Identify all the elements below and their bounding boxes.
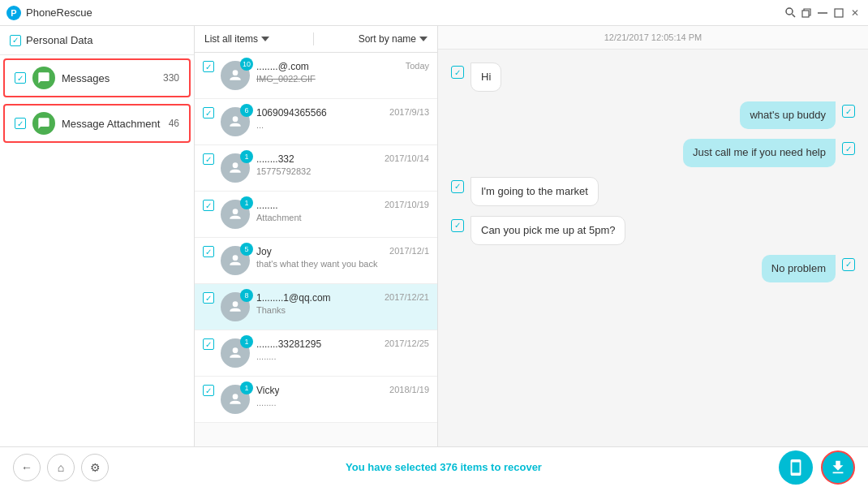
message-list-item[interactable]: 1 ........ 2017/10/19 Attachment [195, 192, 437, 238]
chat-bubble-2: Just call me if you need help [683, 139, 836, 166]
msg-date-0: Today [406, 61, 429, 72]
message-list-item[interactable]: 8 1........1@qq.com 2017/12/21 Thanks [195, 284, 437, 330]
list-all-items-btn[interactable]: List all items [204, 33, 269, 45]
bottom-actions [779, 450, 855, 485]
svg-point-12 [233, 394, 238, 399]
bottom-nav: ← ⌂ ⚙ [13, 454, 109, 481]
msg-avatar-6: 1 [221, 338, 250, 368]
attachment-icon [32, 112, 55, 135]
chat-checkbox-4[interactable] [451, 219, 464, 232]
msg-preview-4: that's what they want you back [256, 259, 429, 269]
toolbar-divider [313, 32, 314, 45]
messages-count: 330 [163, 72, 179, 84]
personal-data-checkbox[interactable] [10, 35, 21, 46]
chat-checkbox-0[interactable] [451, 66, 464, 79]
msg-checkbox-2[interactable] [203, 153, 214, 165]
message-list-item[interactable]: 1 ........33281295 2017/12/25 ........ [195, 330, 437, 377]
personal-data-label: Personal Data [26, 34, 92, 46]
msg-badge-6: 1 [240, 335, 253, 348]
messages-label: Messages [62, 72, 157, 84]
search-icon[interactable] [784, 6, 797, 19]
message-list-item[interactable]: 1 ........332 2017/10/14 15775792832 [195, 145, 437, 192]
msg-preview-1: ... [256, 120, 429, 130]
msg-checkbox-1[interactable] [203, 107, 214, 119]
restore-btn[interactable] [800, 6, 813, 19]
msg-checkbox-4[interactable] [203, 246, 214, 257]
msg-date-5: 2017/12/21 [385, 292, 429, 304]
msg-avatar-5: 8 [221, 292, 250, 321]
msg-checkbox-3[interactable] [203, 200, 214, 211]
chat-bubble-4: Can you pick me up at 5pm? [471, 216, 625, 245]
bottom-status: You have selected 376 items to recover [346, 461, 542, 473]
msg-avatar-2: 1 [221, 153, 250, 183]
msg-checkbox-0[interactable] [203, 61, 214, 72]
close-btn[interactable]: ✕ [849, 6, 862, 19]
msg-name-0: ........@.com [256, 61, 309, 72]
msg-preview-3: Attachment [256, 213, 429, 222]
status-suffix: items to recover [458, 461, 542, 473]
chat-bubble-3: I'm going to the market [471, 177, 599, 206]
main-content: Personal Data Messages 330 Message Attac… [0, 26, 868, 446]
bottom-bar: ← ⌂ ⚙ You have selected 376 items to rec… [0, 446, 868, 487]
chat-message-2: Just call me if you need help [451, 139, 855, 166]
window-controls: ✕ [784, 6, 862, 19]
chat-checkbox-1[interactable] [842, 105, 855, 118]
minimize-btn[interactable] [816, 6, 829, 19]
message-list: 10 ........@.com Today IMG_0022.GIF 6 10… [195, 53, 437, 446]
chat-bubble-0: Hi [471, 62, 501, 92]
chat-messages: Hiwhat's up buddyJust call me if you nee… [438, 50, 868, 446]
msg-name-7: Vicky [256, 385, 279, 396]
msg-checkbox-6[interactable] [203, 338, 214, 350]
msg-avatar-0: 10 [221, 61, 250, 90]
chat-checkbox-2[interactable] [842, 142, 855, 155]
msg-preview-6: ........ [256, 351, 429, 361]
home-button[interactable]: ⌂ [47, 454, 75, 481]
svg-rect-2 [802, 11, 809, 17]
chat-checkbox-3[interactable] [451, 180, 464, 193]
recover-button[interactable] [821, 450, 855, 485]
svg-point-8 [233, 209, 238, 214]
attachment-count: 46 [169, 118, 179, 129]
message-list-item[interactable]: 6 1069094365566 2017/9/13 ... [195, 99, 437, 145]
msg-avatar-3: 1 [221, 200, 250, 229]
msg-badge-7: 1 [240, 381, 253, 394]
message-list-item[interactable]: 10 ........@.com Today IMG_0022.GIF [195, 53, 437, 99]
chat-bubble-1: what's up buddy [740, 101, 836, 129]
messages-checkbox[interactable] [15, 72, 26, 84]
svg-line-1 [792, 15, 795, 18]
chat-timestamp: 12/21/2017 12:05:14 PM [438, 26, 868, 50]
msg-avatar-7: 1 [221, 385, 250, 414]
device-restore-button[interactable] [779, 450, 813, 485]
sidebar-item-attachment[interactable]: Message Attachment 46 [3, 104, 191, 143]
svg-point-0 [786, 8, 793, 15]
msg-badge-5: 8 [240, 289, 253, 302]
chat-panel: 12/21/2017 12:05:14 PM Hiwhat's up buddy… [438, 26, 868, 446]
msg-preview-5: Thanks [256, 305, 429, 315]
back-button[interactable]: ← [13, 454, 41, 481]
message-list-item[interactable]: 5 Joy 2017/12/1 that's what they want yo… [195, 238, 437, 284]
msg-name-1: 1069094365566 [256, 107, 327, 119]
message-list-item[interactable]: 1 Vicky 2018/1/19 ........ [195, 377, 437, 423]
svg-point-7 [233, 162, 238, 168]
titlebar: P PhoneRescue ✕ [0, 0, 868, 26]
sidebar-item-messages[interactable]: Messages 330 [3, 58, 191, 97]
attachment-checkbox[interactable] [15, 118, 26, 129]
svg-point-9 [233, 255, 238, 261]
status-text: You have selected [346, 461, 440, 473]
msg-name-2: ........332 [256, 153, 294, 165]
app-title: PhoneRescue [26, 6, 784, 19]
msg-date-3: 2017/10/19 [385, 200, 429, 211]
msg-checkbox-7[interactable] [203, 385, 214, 396]
settings-button[interactable]: ⚙ [81, 454, 109, 481]
msg-name-5: 1........1@qq.com [256, 292, 331, 304]
chat-message-1: what's up buddy [451, 101, 855, 129]
maximize-btn[interactable] [832, 6, 845, 19]
messages-icon [32, 67, 55, 89]
sort-by-name-btn[interactable]: Sort by name [359, 33, 428, 45]
msg-badge-1: 6 [240, 104, 253, 117]
msg-checkbox-5[interactable] [203, 292, 214, 304]
msg-date-2: 2017/10/14 [385, 153, 429, 165]
chat-checkbox-5[interactable] [842, 258, 855, 271]
chat-message-3: I'm going to the market [451, 177, 855, 206]
msg-avatar-1: 6 [221, 107, 250, 136]
